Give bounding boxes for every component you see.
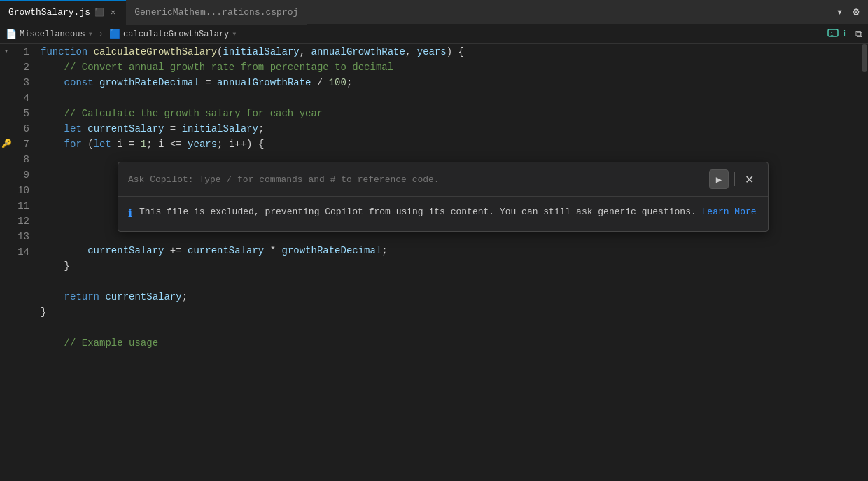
gutter-line: 6 <box>0 121 35 137</box>
line-number: 3 <box>24 75 29 90</box>
code-line <box>41 274 868 289</box>
gutter-line: ▾1 <box>0 44 35 60</box>
dropdown-icon[interactable]: ▾ <box>834 4 846 20</box>
copilot-close-button[interactable]: ✕ <box>741 172 758 188</box>
code-line: } <box>41 305 868 320</box>
breadcrumb-left-label: Miscellaneous <box>20 29 85 39</box>
code-line: return currentSalary; <box>41 289 868 305</box>
code-text: } <box>41 305 46 320</box>
gutter-line: 9 <box>0 167 35 183</box>
gutter-line: 4 <box>0 90 35 106</box>
line-number: 5 <box>24 106 29 121</box>
code-text: function calculateGrowthSalary(initialSa… <box>41 44 464 60</box>
line-number: 4 <box>24 90 29 106</box>
gutter-line: 3 <box>0 75 35 90</box>
scrollbar[interactable] <box>861 44 868 481</box>
line-number: 6 <box>24 121 29 137</box>
code-line: // Calculate the growth salary for each … <box>41 106 868 121</box>
gutter-line: 10 <box>0 183 35 198</box>
gutter-line: 14 <box>0 244 35 260</box>
code-text: let currentSalary = initialSalary; <box>41 121 264 137</box>
line-number: 12 <box>18 214 29 229</box>
code-line <box>41 320 868 335</box>
code-line <box>41 90 868 106</box>
breadcrumb-miscellaneous[interactable]: 📄 Miscellaneous ▾ <box>6 29 93 40</box>
editor-area: ▾123456🔑▾7891011121314 function calculat… <box>0 44 868 481</box>
line-number: 10 <box>18 183 29 198</box>
scrollbar-thumb[interactable] <box>862 44 867 72</box>
gutter-line: 11 <box>0 198 35 214</box>
file-icon: 📄 <box>6 29 17 40</box>
title-bar-actions: ▾ ⚙ <box>834 4 868 20</box>
tab-label: GrowthSalary.js <box>8 7 90 18</box>
code-text: // Calculate the growth salary for each … <box>41 106 323 121</box>
breadcrumb-right-section: i i ⧉ <box>827 27 862 41</box>
line-number: 9 <box>24 167 29 183</box>
gutter-line: 2 <box>0 60 35 75</box>
code-line: } <box>41 258 868 274</box>
gutter-line: 12 <box>0 214 35 229</box>
code-text: for (let i = 1; i <= years; i++) { <box>41 137 264 152</box>
gutter-line: 🔑▾7 <box>0 137 35 152</box>
svg-text:i: i <box>830 31 834 37</box>
line-number: 7 <box>24 137 29 152</box>
title-bar: GrowthSalary.js ⬛ ✕ GenericMathem...rati… <box>0 0 868 25</box>
breadcrumb-separator: › <box>99 29 104 39</box>
fold-arrow-icon[interactable]: ▾ <box>4 137 8 152</box>
var-icon: i <box>827 27 839 41</box>
copilot-input[interactable] <box>128 174 704 185</box>
copilot-input-row: ▶ ✕ <box>118 162 768 197</box>
line-number: 14 <box>18 244 29 260</box>
copilot-popup: ▶ ✕ ℹ This file is excluded, preventing … <box>118 162 769 232</box>
copilot-send-button[interactable]: ▶ <box>709 169 729 189</box>
gutter-line: 5 <box>0 106 35 121</box>
breadcrumb-fn-arrow-down: ▾ <box>232 29 237 39</box>
code-line: let currentSalary = initialSalary; <box>41 121 868 137</box>
breadcrumb-right-label: i <box>842 29 847 39</box>
copilot-info-text: This file is excluded, preventing Copilo… <box>139 205 757 219</box>
code-line: currentSalary += currentSalary * growthR… <box>41 243 868 258</box>
tab-saved-icon: ⬛ <box>94 8 104 17</box>
gutter-line: 8 <box>0 152 35 167</box>
send-icon: ▶ <box>716 174 722 186</box>
tab-growthsalary[interactable]: GrowthSalary.js ⬛ ✕ <box>0 0 126 25</box>
cube-icon: 🟦 <box>109 29 120 40</box>
breadcrumb-arrow-down: ▾ <box>88 29 93 39</box>
code-text: // Convert annual growth rate from perce… <box>41 60 393 75</box>
line-number: 2 <box>24 60 29 75</box>
code-text: } <box>41 258 70 274</box>
code-line: for (let i = 1; i <= years; i++) { <box>41 137 868 152</box>
tab-genericmath[interactable]: GenericMathem...rations.csproj <box>126 0 307 25</box>
code-line: // Example usage <box>41 335 868 351</box>
code-line: const growthRateDecimal = annualGrowthRa… <box>41 75 868 90</box>
settings-icon[interactable]: ⚙ <box>850 4 862 20</box>
line-number: 11 <box>18 198 29 214</box>
line-number: 8 <box>24 152 29 167</box>
line-number: 1 <box>24 44 29 60</box>
fold-arrow-icon[interactable]: ▾ <box>4 44 8 60</box>
breadcrumb-function[interactable]: 🟦 calculateGrowthSalary ▾ <box>109 29 237 40</box>
tab-close-button[interactable]: ✕ <box>108 6 118 18</box>
split-icon: ⧉ <box>855 29 862 40</box>
line-number-gutter: ▾123456🔑▾7891011121314 <box>0 44 35 481</box>
copilot-info-row: ℹ This file is excluded, preventing Copi… <box>118 197 768 231</box>
line-number: 13 <box>18 229 29 244</box>
info-icon: ℹ <box>128 206 132 223</box>
code-text: currentSalary += currentSalary * growthR… <box>41 243 388 258</box>
code-line: function calculateGrowthSalary(initialSa… <box>41 44 868 60</box>
code-text: const growthRateDecimal = annualGrowthRa… <box>41 75 352 90</box>
split-btn[interactable]: ⧉ <box>855 29 862 40</box>
code-text: // Example usage <box>41 335 158 351</box>
breadcrumb-bar: 📄 Miscellaneous ▾ › 🟦 calculateGrowthSal… <box>0 25 868 44</box>
code-text: return currentSalary; <box>41 289 188 305</box>
learn-more-link[interactable]: Learn More <box>702 207 757 217</box>
gutter-line: 13 <box>0 229 35 244</box>
code-line: // Convert annual growth rate from perce… <box>41 60 868 75</box>
copilot-divider <box>734 172 735 186</box>
breadcrumb-center-label: calculateGrowthSalary <box>123 29 229 39</box>
code-editor[interactable]: function calculateGrowthSalary(initialSa… <box>35 44 868 481</box>
tab-label: GenericMathem...rations.csproj <box>134 7 298 18</box>
